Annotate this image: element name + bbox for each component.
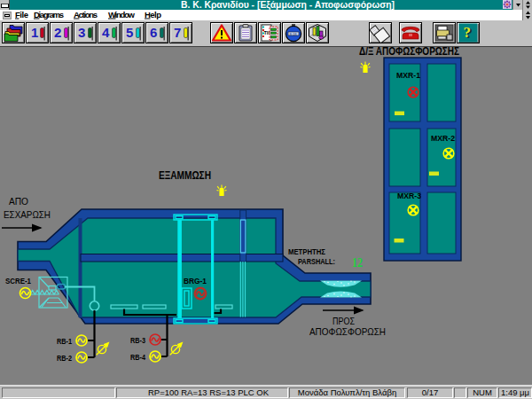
- svg-text:RB-2: RB-2: [57, 353, 72, 363]
- svg-text:ΑΠΟΦΩΣΦΟΡΩΣΗ: ΑΠΟΦΩΣΦΟΡΩΣΗ: [309, 326, 386, 337]
- svg-text:RB-4: RB-4: [130, 352, 146, 362]
- svg-text:MXR-1: MXR-1: [396, 70, 421, 80]
- svg-text:ΜΕΤΡΗΤΗΣ: ΜΕΤΡΗΤΗΣ: [288, 246, 325, 256]
- svg-text:PARSHALL:: PARSHALL:: [298, 256, 335, 266]
- svg-text:RB-3: RB-3: [130, 335, 145, 345]
- svg-text:RB-1: RB-1: [57, 336, 73, 346]
- svg-text:ΠΡΟΣ: ΠΡΟΣ: [332, 316, 355, 326]
- svg-text:MXR-2: MXR-2: [431, 133, 455, 143]
- svg-text:Δ/Ξ ΑΠΟΦΩΣΦΟΡΩΣΗΣ: Δ/Ξ ΑΠΟΦΩΣΦΟΡΩΣΗΣ: [359, 45, 459, 58]
- svg-text:ΕΞΑΜΜΩΣΗ: ΕΞΑΜΜΩΣΗ: [159, 168, 211, 182]
- svg-text:SCRE-1: SCRE-1: [5, 276, 32, 286]
- svg-text:12: 12: [352, 254, 363, 270]
- svg-text:MXR-3: MXR-3: [397, 191, 421, 200]
- svg-text:BRG-1: BRG-1: [184, 276, 207, 286]
- svg-text:ΕΣΧΑΡΩΣΗ: ΕΣΧΑΡΩΣΗ: [4, 209, 51, 220]
- svg-text:ΑΠΟ: ΑΠΟ: [9, 196, 28, 207]
